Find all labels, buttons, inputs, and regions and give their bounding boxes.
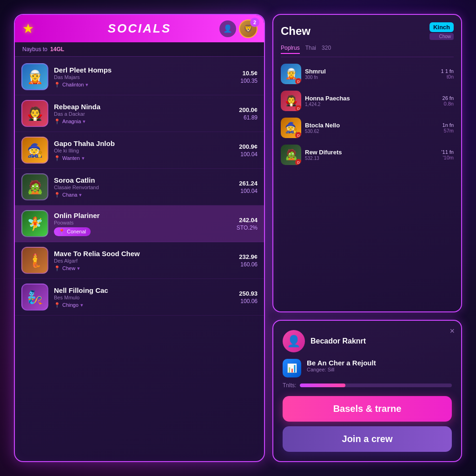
chew-player-sub: 532.13 [305, 156, 437, 161]
modal-user-name: Becador Raknrt [311, 337, 366, 345]
chew-player-sub: 300 fn [305, 75, 437, 80]
nearby-value: 14GL [50, 46, 64, 53]
chew-player-item[interactable]: D Shmrul 300 fn 1 1 fn t0n [281, 62, 454, 86]
player-list: Derl Pleet Homps Das Majars 📍 Chalinton … [15, 57, 264, 461]
tokens-bar [300, 383, 452, 387]
chevron-down-icon: ▾ [80, 302, 83, 308]
player-info: Soroa Catlin Clasaie Renvortand 📍 Chana … [54, 176, 235, 198]
chevron-down-icon: ▾ [79, 192, 82, 198]
chew-player-item[interactable]: D Rew Difurets 532.13 '11 fn '10m [281, 143, 454, 167]
player-item[interactable]: Onlin Plariner Poowats 📍Conenal 242.04 S… [15, 205, 264, 242]
player-scores: 10.5¢ 100.35 [240, 70, 258, 84]
player-item[interactable]: Derl Pleet Homps Das Majars 📍 Chalinton … [15, 59, 264, 95]
chew-score-bottom: '10m [441, 155, 454, 160]
player-avatar [21, 63, 48, 90]
close-icon[interactable]: × [450, 326, 455, 336]
player-name: Gapo Thaha Jnlob [54, 139, 235, 147]
chew-player-name: Btocla Nello [305, 122, 439, 129]
modal-panel: × 👤 Becador Raknrt 📊 Be An Cher a Rejoul… [272, 320, 462, 462]
location-icon: 📍 [59, 229, 65, 235]
player-location: Chingo [62, 302, 79, 308]
player-scores: 250.93 100.06 [239, 290, 258, 304]
player-scores: 232.9¢ 160.06 [239, 253, 258, 268]
player-name: Mave To Relia Sood Chew [54, 250, 235, 258]
location-icon: 📍 [54, 192, 60, 198]
player-item[interactable]: Gapo Thaha Jnlob Ole ki Illing 📍 Wanten … [15, 132, 264, 169]
player-avatar [21, 173, 48, 200]
nearby-bar: Naybus to 14GL [15, 42, 264, 57]
join-crew-button[interactable]: Join a crew [283, 426, 452, 452]
player-name: Derl Pleet Homps [54, 66, 237, 74]
player-name: Rebeap Ninda [54, 103, 235, 111]
player-item[interactable]: Nell Filloing Cac Bes Mmulo 📍 Chingo ▾ 2… [15, 279, 264, 316]
chew-score-bottom: 57m [443, 128, 454, 133]
modal-user-row: 👤 Becador Raknrt [283, 330, 452, 352]
chew-player-item[interactable]: D Btocla Nello 530.62 1n fn 57m [281, 116, 454, 140]
chew-player-name: Honna Paechas [305, 95, 439, 102]
notification-badge: 2 [250, 18, 259, 27]
chevron-down-icon: ▾ [77, 265, 80, 271]
chew-tab[interactable]: 320 [322, 45, 331, 54]
chew-player-scores: 1n fn 57m [443, 122, 454, 133]
player-item[interactable]: Mave To Relia Sood Chew Des Algarf 📍 Che… [15, 242, 264, 279]
chew-players: D Shmrul 300 fn 1 1 fn t0n D Honna Paech… [281, 62, 454, 167]
chew-tab[interactable]: Thai [305, 45, 316, 54]
score-top: 261.24 [239, 180, 258, 187]
chew-title: Chew [281, 25, 311, 38]
player-scores: 261.24 100.04 [239, 180, 258, 194]
chew-player-sub: 1,424.2 [305, 102, 439, 107]
location-icon: 📍 [54, 119, 60, 125]
player-meta: 📍 Anagnia ▾ [54, 119, 235, 125]
player-info: Derl Pleet Homps Das Majars 📍 Chalinton … [54, 66, 237, 88]
player-location: Chalinton [62, 82, 84, 87]
chevron-down-icon: ▾ [86, 82, 88, 88]
score-bottom: 100.35 [240, 78, 258, 84]
chevron-down-icon: ▾ [83, 119, 86, 125]
rank-dot: D [295, 78, 301, 84]
score-bottom: 100.04 [239, 151, 258, 158]
chew-player-scores: 26 fn 0.8n [443, 95, 454, 106]
socials-header: ★ SOCIALS 👤 🦁 2 [15, 15, 264, 42]
score-top: 200.0¢ [239, 106, 258, 113]
player-location: Chana [62, 192, 77, 198]
nearby-label: Naybus to [22, 46, 47, 53]
player-avatar [21, 284, 48, 311]
player-scores: 200.0¢ 61.89 [239, 106, 258, 121]
chew-player-item[interactable]: D Honna Paechas 1,424.2 26 fn 0.8n [281, 89, 454, 113]
player-name: Nell Filloing Cac [54, 286, 235, 294]
modal-user-avatar: 👤 [283, 330, 305, 352]
player-scores: 242.04 STO.2% [237, 217, 258, 231]
basels-trarne-button[interactable]: Basels & trarne [283, 396, 452, 422]
user-icon-button[interactable]: 👤 [219, 20, 236, 37]
header-icons: 👤 🦁 2 [219, 20, 258, 38]
player-info: Mave To Relia Sood Chew Des Algarf 📍 Che… [54, 250, 235, 271]
player-sub: Ole ki Illing [54, 148, 235, 153]
score-top: 242.04 [237, 217, 258, 224]
chew-sub-badge: Chow [430, 33, 454, 40]
player-name: Soroa Catlin [54, 176, 235, 184]
player-avatar [21, 247, 48, 274]
player-sub: Das Majars [54, 74, 237, 80]
chew-score-bottom: t0n [441, 74, 454, 79]
active-location: 📍Conenal [54, 227, 91, 236]
location-icon: 📍 [54, 302, 60, 308]
location-icon: 📍 [54, 265, 60, 271]
chew-score-top: 1 1 fn [441, 68, 454, 74]
chew-player-info: Honna Paechas 1,424.2 [305, 95, 439, 107]
chevron-down-icon: ▾ [82, 155, 85, 161]
chew-avatar: D [281, 64, 301, 84]
player-info: Rebeap Ninda Das a Dackar 📍 Anagnia ▾ [54, 103, 235, 125]
chew-header: Chew Kinch Chow [281, 22, 454, 40]
player-info: Onlin Plariner Poowats 📍Conenal [54, 212, 233, 236]
player-item[interactable]: Rebeap Ninda Das a Dackar 📍 Anagnia ▾ 20… [15, 95, 264, 132]
player-location: Wanten [62, 155, 80, 161]
player-item[interactable]: Soroa Catlin Clasaie Renvortand 📍 Chana … [15, 169, 264, 205]
chew-score-top: 26 fn [443, 95, 454, 101]
chew-tab[interactable]: Poplrus [281, 45, 300, 54]
tokens-fill [300, 383, 345, 387]
chew-player-sub: 530.62 [305, 129, 439, 134]
kinch-badge[interactable]: Kinch [430, 22, 454, 32]
player-info: Gapo Thaha Jnlob Ole ki Illing 📍 Wanten … [54, 139, 235, 161]
chew-avatar: D [281, 118, 301, 138]
chew-player-info: Btocla Nello 530.62 [305, 122, 439, 134]
